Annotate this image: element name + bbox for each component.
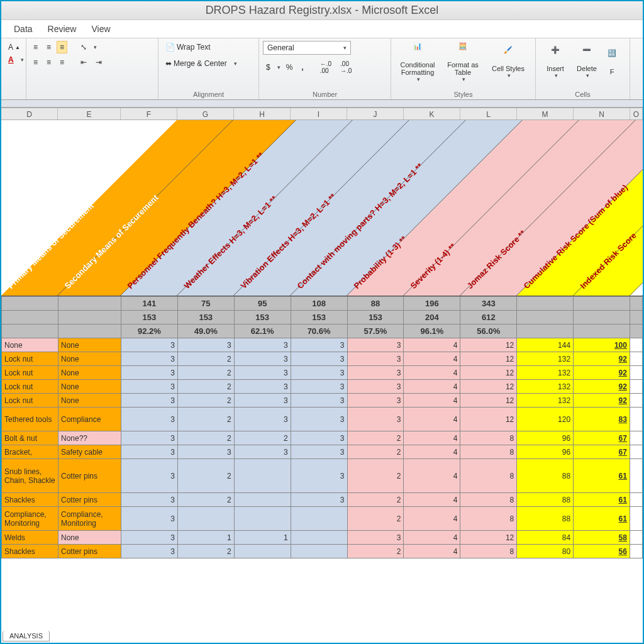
increase-indent-icon[interactable]: ⇥ — [92, 56, 105, 69]
align-right-icon[interactable]: ≡ — [57, 56, 67, 69]
column-headers: DEFGHIJKLMNO — [1, 108, 643, 120]
table-icon: 🧮 — [454, 42, 472, 60]
alignment-label: Alignment — [162, 89, 255, 98]
delete-button[interactable]: ➖ Delete▾ — [571, 41, 602, 84]
number-format-select[interactable]: General▾ — [263, 41, 351, 55]
insert-icon: ➕ — [547, 46, 564, 64]
col-header-F[interactable]: F — [121, 108, 177, 119]
sheet-tab-analysis[interactable]: ANALYSIS — [3, 631, 50, 641]
table-row[interactable]: Bolt & nutNone??32232489667 — [2, 431, 643, 445]
table-row[interactable]: NoneNone33333412144100 — [2, 338, 643, 352]
align-left-icon[interactable]: ≡ — [30, 56, 41, 69]
col-header-D[interactable]: D — [1, 108, 58, 119]
col-header-L[interactable]: L — [460, 108, 517, 119]
table-row[interactable]: Lock nutNone3233341213292 — [2, 394, 643, 408]
col-header-J[interactable]: J — [347, 108, 404, 119]
tab-data[interactable]: Data — [14, 24, 33, 34]
align-bottom-icon[interactable]: ≡ — [57, 41, 67, 53]
table-row[interactable]: Tethered toolsCompliance3233341212083 — [2, 408, 643, 431]
table-row[interactable]: Bracket,Safety cable33332489667 — [2, 445, 643, 459]
col-header-O[interactable]: O — [630, 108, 643, 119]
col-header-M[interactable]: M — [517, 108, 574, 119]
tab-review[interactable]: Review — [48, 24, 77, 34]
format-as-table-button[interactable]: 🧮 Format as Table▾ — [440, 41, 486, 84]
format-button[interactable]: 🔣 F — [602, 41, 621, 84]
styles-label: Styles — [395, 89, 531, 98]
col-header-H[interactable]: H — [234, 108, 291, 119]
title-bar: DROPS Hazard Registry.xlsx - Microsoft E… — [1, 1, 643, 20]
cell-styles-button[interactable]: 🖌️ Cell Styles▾ — [486, 41, 531, 84]
table-row[interactable]: Compliance, MonitoringCompliance, Monito… — [2, 507, 643, 531]
conditional-formatting-button[interactable]: 📊 Conditional Formatting▾ — [395, 41, 440, 84]
font-color-button[interactable]: A — [5, 53, 17, 66]
delete-icon: ➖ — [578, 46, 596, 64]
format-icon: 🔣 — [603, 49, 621, 67]
wrap-text-button[interactable]: 📄 Wrap Text — [162, 41, 214, 53]
worksheet-tabs[interactable]: ANALYSIS — [3, 631, 50, 641]
align-center-icon[interactable]: ≡ — [43, 56, 54, 69]
col-header-K[interactable]: K — [404, 108, 460, 119]
currency-icon[interactable]: $ — [263, 61, 274, 74]
table-row[interactable]: WeldsNone31134128458 — [2, 531, 643, 545]
number-label: Number — [263, 89, 387, 98]
diagonal-headers: Primary Means of Securement*Secondary Me… — [1, 120, 643, 296]
table-row[interactable]: ShacklesCotter pins3232488861 — [2, 493, 643, 507]
font-grow-button[interactable]: A▲ — [5, 41, 23, 53]
table-row[interactable]: ShacklesCotter pins322488056 — [2, 545, 643, 558]
increase-decimal-icon[interactable]: ←.0.00 — [317, 58, 335, 76]
col-header-E[interactable]: E — [58, 108, 121, 119]
merge-center-button[interactable]: ⬌ Merge & Center — [162, 57, 230, 70]
align-top-icon[interactable]: ≡ — [30, 41, 41, 53]
orientation-icon[interactable]: ⤡ — [77, 41, 90, 53]
table-row[interactable]: Lock nutNone3233341213292 — [2, 380, 643, 394]
grid-area[interactable]: DEFGHIJKLMNO Primary Means of Securement… — [1, 108, 643, 558]
table-row[interactable]: Snub lines, Chain, ShackleCotter pins323… — [2, 459, 643, 493]
table-row[interactable]: Lock nutNone3233341213292 — [2, 352, 643, 366]
comma-icon[interactable]: , — [298, 61, 306, 74]
tab-view[interactable]: View — [91, 24, 110, 34]
insert-button[interactable]: ➕ Insert▾ — [540, 41, 571, 84]
data-table[interactable]: 1417595108881963431531531531531532046129… — [1, 296, 643, 558]
col-header-I[interactable]: I — [291, 108, 347, 119]
cells-label: Cells — [540, 89, 626, 98]
home-tabs: Data Review View — [1, 20, 643, 38]
percent-icon[interactable]: % — [283, 61, 296, 74]
ribbon: A▲ A▾ ≡ ≡ ≡ ⤡▾ ≡ ≡ ≡ ⇤ ⇥ 📄 Wrap Text ⬌ M… — [1, 38, 643, 100]
col-header-N[interactable]: N — [574, 108, 630, 119]
col-header-G[interactable]: G — [177, 108, 234, 119]
decrease-indent-icon[interactable]: ⇤ — [77, 56, 90, 69]
align-middle-icon[interactable]: ≡ — [43, 41, 54, 53]
decrease-decimal-icon[interactable]: .00→.0 — [337, 58, 355, 76]
table-row[interactable]: Lock nutNone3233341213292 — [2, 366, 643, 380]
conditional-formatting-icon: 📊 — [409, 42, 426, 60]
styles-icon: 🖌️ — [499, 46, 517, 64]
